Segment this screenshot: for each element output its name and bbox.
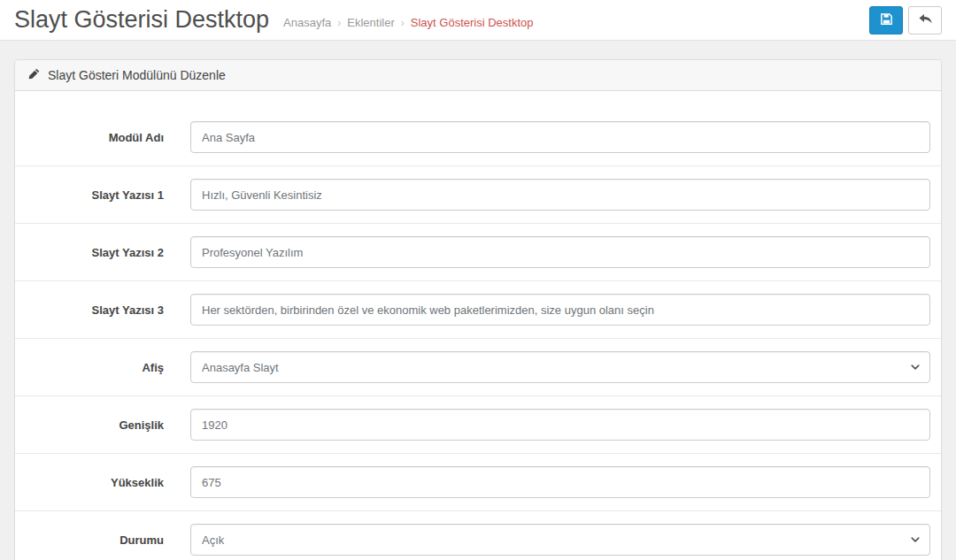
back-button[interactable]	[908, 6, 942, 35]
slayt-yazisi-2-input[interactable]	[190, 236, 930, 268]
form-row-afis: Afiş Anasayfa Slayt	[15, 338, 941, 395]
yukseklik-input[interactable]	[190, 466, 930, 498]
slayt-yazisi-2-label: Slayt Yazısı 2	[31, 246, 164, 259]
genislik-input[interactable]	[190, 409, 930, 441]
page-header: Slayt Gösterisi Destktop Anasayfa › Ekle…	[0, 0, 956, 41]
slayt-yazisi-1-input[interactable]	[190, 179, 930, 211]
floppy-disk-icon	[880, 12, 893, 28]
yukseklik-label: Yükseklik	[31, 476, 164, 489]
durumu-select[interactable]: Açık	[190, 524, 930, 556]
form-row-slayt-yazisi-2: Slayt Yazısı 2	[15, 223, 941, 280]
modul-adi-input[interactable]	[190, 121, 930, 153]
form-row-slayt-yazisi-3: Slayt Yazısı 3	[15, 280, 941, 338]
slayt-yazisi-1-field	[190, 179, 930, 211]
slayt-yazisi-3-input[interactable]	[190, 294, 930, 326]
breadcrumb: Anasayfa › Eklentiler › Slayt Gösterisi …	[283, 16, 533, 29]
yukseklik-field	[190, 466, 930, 498]
form-row-durumu: Durumu Açık	[15, 510, 941, 560]
breadcrumb-item-eklentiler[interactable]: Eklentiler	[347, 16, 394, 29]
page-content: Slayt Gösteri Modülünü Düzenle Modül Adı…	[0, 41, 956, 560]
edit-module-form: Modül Adı Slayt Yazısı 1 Slayt Yazısı 2 …	[15, 91, 941, 560]
slayt-yazisi-3-field	[190, 294, 930, 326]
genislik-field	[190, 409, 930, 441]
slayt-yazisi-3-label: Slayt Yazısı 3	[31, 303, 164, 317]
breadcrumb-separator: ›	[337, 17, 341, 29]
slayt-yazisi-2-field	[190, 236, 930, 268]
modul-adi-label: Modül Adı	[31, 131, 164, 144]
form-row-slayt-yazisi-1: Slayt Yazısı 1	[15, 165, 941, 223]
form-row-genislik: Genişlik	[15, 395, 941, 453]
form-row-modul-adi: Modül Adı	[15, 109, 941, 165]
afis-label: Afiş	[31, 361, 164, 374]
breadcrumb-item-anasayfa[interactable]: Anasayfa	[283, 16, 331, 29]
panel-heading: Slayt Gösteri Modülünü Düzenle	[15, 60, 941, 91]
breadcrumb-separator: ›	[401, 17, 405, 29]
durumu-field: Açık	[190, 524, 930, 556]
edit-module-panel: Slayt Gösteri Modülünü Düzenle Modül Adı…	[14, 59, 942, 560]
page-title: Slayt Gösterisi Destktop	[14, 6, 269, 34]
afis-select[interactable]: Anasayfa Slayt	[190, 351, 930, 383]
save-button[interactable]	[869, 6, 903, 35]
modul-adi-field	[190, 121, 930, 153]
durumu-label: Durumu	[31, 533, 164, 547]
panel-title: Slayt Gösteri Modülünü Düzenle	[48, 68, 226, 82]
pencil-icon	[28, 68, 40, 82]
form-row-yukseklik: Yükseklik	[15, 453, 941, 510]
genislik-label: Genişlik	[31, 418, 164, 432]
afis-field: Anasayfa Slayt	[190, 351, 930, 383]
slayt-yazisi-1-label: Slayt Yazısı 1	[31, 188, 164, 202]
breadcrumb-item-current: Slayt Gösterisi Destktop	[411, 16, 534, 29]
topbar-actions	[869, 6, 942, 35]
reply-arrow-icon	[918, 12, 933, 29]
